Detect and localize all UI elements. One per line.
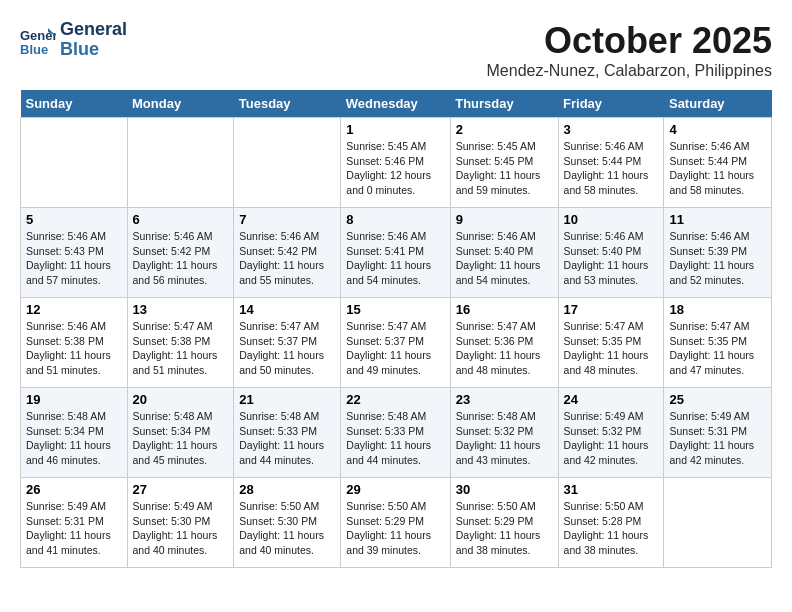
calendar-cell: 28Sunrise: 5:50 AMSunset: 5:30 PMDayligh… (234, 478, 341, 568)
day-number: 8 (346, 212, 444, 227)
day-number: 12 (26, 302, 122, 317)
day-number: 29 (346, 482, 444, 497)
calendar-cell: 5Sunrise: 5:46 AMSunset: 5:43 PMDaylight… (21, 208, 128, 298)
cell-info: Sunrise: 5:48 AMSunset: 5:34 PMDaylight:… (133, 409, 229, 468)
day-number: 7 (239, 212, 335, 227)
cell-info: Sunrise: 5:45 AMSunset: 5:45 PMDaylight:… (456, 139, 553, 198)
cell-info: Sunrise: 5:49 AMSunset: 5:31 PMDaylight:… (26, 499, 122, 558)
svg-text:Blue: Blue (20, 42, 48, 57)
calendar-cell (21, 118, 128, 208)
calendar-cell: 20Sunrise: 5:48 AMSunset: 5:34 PMDayligh… (127, 388, 234, 478)
day-number: 9 (456, 212, 553, 227)
cell-info: Sunrise: 5:50 AMSunset: 5:29 PMDaylight:… (456, 499, 553, 558)
cell-info: Sunrise: 5:47 AMSunset: 5:35 PMDaylight:… (669, 319, 766, 378)
calendar-cell: 30Sunrise: 5:50 AMSunset: 5:29 PMDayligh… (450, 478, 558, 568)
day-number: 13 (133, 302, 229, 317)
cell-info: Sunrise: 5:50 AMSunset: 5:29 PMDaylight:… (346, 499, 444, 558)
day-number: 27 (133, 482, 229, 497)
cell-info: Sunrise: 5:48 AMSunset: 5:34 PMDaylight:… (26, 409, 122, 468)
cell-info: Sunrise: 5:47 AMSunset: 5:38 PMDaylight:… (133, 319, 229, 378)
day-number: 18 (669, 302, 766, 317)
cell-info: Sunrise: 5:47 AMSunset: 5:37 PMDaylight:… (239, 319, 335, 378)
calendar-cell: 9Sunrise: 5:46 AMSunset: 5:40 PMDaylight… (450, 208, 558, 298)
title-block: October 2025 Mendez-Nunez, Calabarzon, P… (487, 20, 773, 80)
weekday-header-row: SundayMondayTuesdayWednesdayThursdayFrid… (21, 90, 772, 118)
calendar-cell: 26Sunrise: 5:49 AMSunset: 5:31 PMDayligh… (21, 478, 128, 568)
weekday-header-tuesday: Tuesday (234, 90, 341, 118)
calendar-cell: 8Sunrise: 5:46 AMSunset: 5:41 PMDaylight… (341, 208, 450, 298)
svg-text:General: General (20, 28, 56, 43)
calendar-cell: 6Sunrise: 5:46 AMSunset: 5:42 PMDaylight… (127, 208, 234, 298)
calendar-cell: 21Sunrise: 5:48 AMSunset: 5:33 PMDayligh… (234, 388, 341, 478)
cell-info: Sunrise: 5:46 AMSunset: 5:40 PMDaylight:… (456, 229, 553, 288)
calendar-cell: 24Sunrise: 5:49 AMSunset: 5:32 PMDayligh… (558, 388, 664, 478)
day-number: 1 (346, 122, 444, 137)
weekday-header-monday: Monday (127, 90, 234, 118)
calendar-cell: 13Sunrise: 5:47 AMSunset: 5:38 PMDayligh… (127, 298, 234, 388)
page-header: General Blue General Blue October 2025 M… (20, 20, 772, 80)
weekday-header-friday: Friday (558, 90, 664, 118)
cell-info: Sunrise: 5:46 AMSunset: 5:39 PMDaylight:… (669, 229, 766, 288)
logo-text: General Blue (60, 20, 127, 60)
calendar-cell: 23Sunrise: 5:48 AMSunset: 5:32 PMDayligh… (450, 388, 558, 478)
calendar-week-row: 12Sunrise: 5:46 AMSunset: 5:38 PMDayligh… (21, 298, 772, 388)
cell-info: Sunrise: 5:48 AMSunset: 5:33 PMDaylight:… (346, 409, 444, 468)
calendar-week-row: 19Sunrise: 5:48 AMSunset: 5:34 PMDayligh… (21, 388, 772, 478)
calendar-cell: 22Sunrise: 5:48 AMSunset: 5:33 PMDayligh… (341, 388, 450, 478)
calendar-cell: 14Sunrise: 5:47 AMSunset: 5:37 PMDayligh… (234, 298, 341, 388)
cell-info: Sunrise: 5:49 AMSunset: 5:30 PMDaylight:… (133, 499, 229, 558)
day-number: 21 (239, 392, 335, 407)
calendar-cell: 3Sunrise: 5:46 AMSunset: 5:44 PMDaylight… (558, 118, 664, 208)
logo-line1: General (60, 20, 127, 40)
day-number: 19 (26, 392, 122, 407)
cell-info: Sunrise: 5:48 AMSunset: 5:32 PMDaylight:… (456, 409, 553, 468)
calendar-cell: 11Sunrise: 5:46 AMSunset: 5:39 PMDayligh… (664, 208, 772, 298)
cell-info: Sunrise: 5:46 AMSunset: 5:41 PMDaylight:… (346, 229, 444, 288)
weekday-header-saturday: Saturday (664, 90, 772, 118)
calendar-cell: 12Sunrise: 5:46 AMSunset: 5:38 PMDayligh… (21, 298, 128, 388)
calendar-cell: 29Sunrise: 5:50 AMSunset: 5:29 PMDayligh… (341, 478, 450, 568)
day-number: 2 (456, 122, 553, 137)
day-number: 24 (564, 392, 659, 407)
day-number: 25 (669, 392, 766, 407)
day-number: 11 (669, 212, 766, 227)
cell-info: Sunrise: 5:46 AMSunset: 5:42 PMDaylight:… (239, 229, 335, 288)
cell-info: Sunrise: 5:46 AMSunset: 5:44 PMDaylight:… (564, 139, 659, 198)
calendar-cell: 7Sunrise: 5:46 AMSunset: 5:42 PMDaylight… (234, 208, 341, 298)
day-number: 23 (456, 392, 553, 407)
calendar-cell: 4Sunrise: 5:46 AMSunset: 5:44 PMDaylight… (664, 118, 772, 208)
calendar-cell: 15Sunrise: 5:47 AMSunset: 5:37 PMDayligh… (341, 298, 450, 388)
weekday-header-wednesday: Wednesday (341, 90, 450, 118)
calendar-week-row: 5Sunrise: 5:46 AMSunset: 5:43 PMDaylight… (21, 208, 772, 298)
weekday-header-thursday: Thursday (450, 90, 558, 118)
calendar-table: SundayMondayTuesdayWednesdayThursdayFrid… (20, 90, 772, 568)
calendar-cell: 1Sunrise: 5:45 AMSunset: 5:46 PMDaylight… (341, 118, 450, 208)
location-title: Mendez-Nunez, Calabarzon, Philippines (487, 62, 773, 80)
cell-info: Sunrise: 5:50 AMSunset: 5:30 PMDaylight:… (239, 499, 335, 558)
day-number: 16 (456, 302, 553, 317)
calendar-cell: 19Sunrise: 5:48 AMSunset: 5:34 PMDayligh… (21, 388, 128, 478)
cell-info: Sunrise: 5:47 AMSunset: 5:37 PMDaylight:… (346, 319, 444, 378)
day-number: 6 (133, 212, 229, 227)
cell-info: Sunrise: 5:46 AMSunset: 5:42 PMDaylight:… (133, 229, 229, 288)
day-number: 4 (669, 122, 766, 137)
cell-info: Sunrise: 5:47 AMSunset: 5:36 PMDaylight:… (456, 319, 553, 378)
cell-info: Sunrise: 5:46 AMSunset: 5:43 PMDaylight:… (26, 229, 122, 288)
calendar-cell: 17Sunrise: 5:47 AMSunset: 5:35 PMDayligh… (558, 298, 664, 388)
day-number: 14 (239, 302, 335, 317)
calendar-cell (664, 478, 772, 568)
calendar-week-row: 26Sunrise: 5:49 AMSunset: 5:31 PMDayligh… (21, 478, 772, 568)
cell-info: Sunrise: 5:46 AMSunset: 5:40 PMDaylight:… (564, 229, 659, 288)
cell-info: Sunrise: 5:46 AMSunset: 5:38 PMDaylight:… (26, 319, 122, 378)
calendar-cell (127, 118, 234, 208)
calendar-week-row: 1Sunrise: 5:45 AMSunset: 5:46 PMDaylight… (21, 118, 772, 208)
day-number: 17 (564, 302, 659, 317)
day-number: 3 (564, 122, 659, 137)
calendar-cell: 27Sunrise: 5:49 AMSunset: 5:30 PMDayligh… (127, 478, 234, 568)
cell-info: Sunrise: 5:45 AMSunset: 5:46 PMDaylight:… (346, 139, 444, 198)
calendar-cell: 18Sunrise: 5:47 AMSunset: 5:35 PMDayligh… (664, 298, 772, 388)
day-number: 26 (26, 482, 122, 497)
weekday-header-sunday: Sunday (21, 90, 128, 118)
calendar-cell (234, 118, 341, 208)
day-number: 5 (26, 212, 122, 227)
